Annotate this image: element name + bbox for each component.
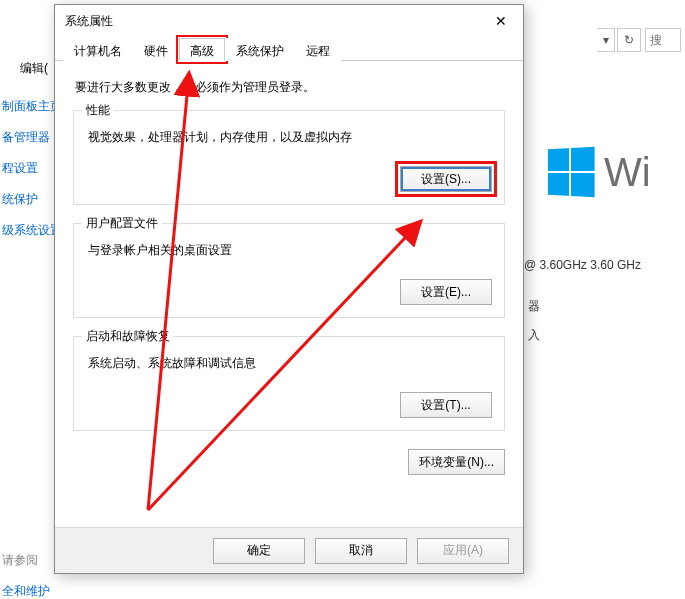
tab-remote[interactable]: 远程 — [295, 38, 341, 61]
startup-settings-button[interactable]: 设置(T)... — [400, 392, 492, 418]
sidebar-item[interactable]: 全和维护 — [2, 583, 50, 599]
cpu-info: @ 3.60GHz 3.60 GHz — [524, 258, 641, 272]
spec-label: 入 — [528, 327, 540, 344]
group-legend: 用户配置文件 — [82, 215, 162, 232]
close-button[interactable]: ✕ — [479, 5, 523, 37]
group-desc: 与登录帐户相关的桌面设置 — [88, 242, 492, 259]
refresh-icon: ↻ — [624, 33, 634, 47]
refresh-button[interactable]: ↻ — [617, 28, 641, 52]
tab-system-protection[interactable]: 系统保护 — [225, 38, 295, 61]
tab-hardware[interactable]: 硬件 — [133, 38, 179, 61]
profiles-settings-button[interactable]: 设置(E)... — [400, 279, 492, 305]
edit-menu[interactable]: 编辑( — [20, 60, 48, 77]
ok-button[interactable]: 确定 — [213, 538, 305, 564]
sidebar-heading: 请参阅 — [2, 552, 50, 569]
search-input[interactable]: 搜 — [645, 28, 681, 52]
group-desc: 系统启动、系统故障和调试信息 — [88, 355, 492, 372]
tab-computer-name[interactable]: 计算机名 — [63, 38, 133, 61]
group-legend: 启动和故障恢复 — [82, 328, 174, 345]
sidebar-item[interactable]: 统保护 — [2, 191, 52, 208]
performance-settings-button[interactable]: 设置(S)... — [400, 166, 492, 192]
group-startup-recovery: 启动和故障恢复 系统启动、系统故障和调试信息 设置(T)... — [73, 336, 505, 431]
system-properties-dialog: 系统属性 ✕ 计算机名 硬件 高级 系统保护 远程 要进行大多数更改，你必须作为… — [54, 4, 524, 574]
windows-brand-text: Wi — [604, 150, 651, 195]
dialog-footer: 确定 取消 应用(A) — [55, 527, 523, 573]
group-user-profiles: 用户配置文件 与登录帐户相关的桌面设置 设置(E)... — [73, 223, 505, 318]
group-desc: 视觉效果，处理器计划，内存使用，以及虚拟内存 — [88, 129, 492, 146]
admin-note: 要进行大多数更改，你必须作为管理员登录。 — [75, 79, 505, 96]
address-dropdown[interactable]: ▾ — [597, 28, 615, 52]
tab-strip: 计算机名 硬件 高级 系统保护 远程 — [55, 37, 523, 61]
environment-variables-button[interactable]: 环境变量(N)... — [408, 449, 505, 475]
tab-advanced[interactable]: 高级 — [179, 38, 225, 61]
sidebar-item[interactable]: 级系统设置 — [2, 222, 52, 239]
group-performance: 性能 视觉效果，处理器计划，内存使用，以及虚拟内存 设置(S)... — [73, 110, 505, 205]
sidebar-item[interactable]: 程设置 — [2, 160, 52, 177]
sidebar-item[interactable]: 制面板主页 — [2, 98, 52, 115]
spec-label: 器 — [528, 298, 540, 315]
close-icon: ✕ — [495, 13, 507, 29]
dialog-titlebar[interactable]: 系统属性 ✕ — [55, 5, 523, 37]
cancel-button[interactable]: 取消 — [315, 538, 407, 564]
sidebar-item[interactable]: 备管理器 — [2, 129, 52, 146]
group-legend: 性能 — [82, 102, 114, 119]
apply-button[interactable]: 应用(A) — [417, 538, 509, 564]
windows-logo: Wi — [546, 148, 651, 196]
dialog-title: 系统属性 — [65, 13, 479, 30]
